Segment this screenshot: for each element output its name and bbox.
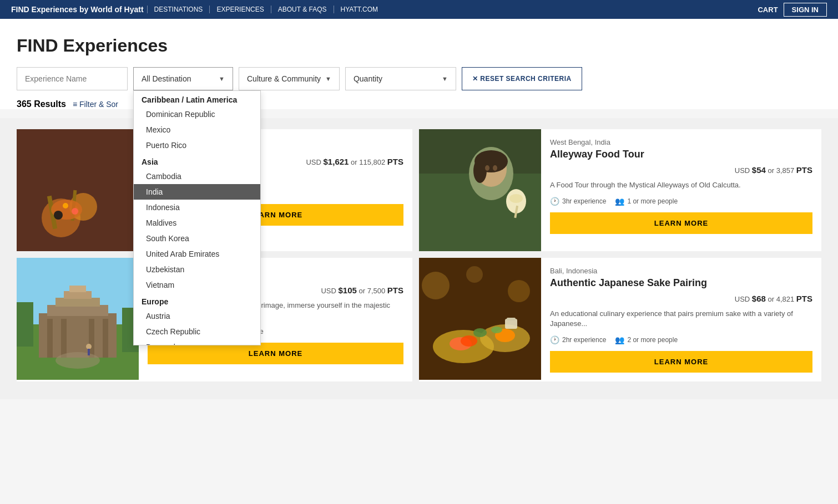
clock-icon: 🕐 [550,197,559,206]
svg-point-7 [72,208,78,215]
nav-link-destinations[interactable]: DESTINATIONS [147,6,210,13]
clock-icon: 🕐 [550,335,559,344]
cards-section: o Redruello USD $1,621 or 115,802 PTS s … [0,118,838,399]
card-title: Authentic Japanese Sake Pairing [550,277,812,289]
card-duration: 🕐 2hr experience [550,335,606,344]
svg-rect-45 [507,318,516,320]
learn-more-button[interactable]: LEARN MORE [148,343,403,364]
svg-point-33 [55,352,100,369]
destination-item-denmark[interactable]: Denmark [134,339,260,345]
nav-brand: FIND Experiences by World of Hyatt [11,5,144,14]
card-meta: 🕐 2hr experience 👥 2 or more people [550,335,812,344]
card-people: 👥 1 or more people [615,197,678,206]
svg-point-46 [422,272,450,299]
svg-point-48 [466,266,483,283]
destination-item-puerto-rico[interactable]: Puerto Rico [134,138,260,153]
card-image-temple [17,258,139,380]
destination-item-india[interactable]: India [134,184,260,200]
region-europe: Europe [134,293,260,308]
quantity-dropdown-btn[interactable]: Quantity ▼ [345,67,456,90]
experience-name-input[interactable] [17,67,128,90]
svg-rect-32 [103,319,108,358]
nav-link-faqs[interactable]: ABOUT & FAQS [271,6,334,13]
table-row: Bali, Indonesia Authentic Japanese Sake … [419,258,821,381]
destination-selected-label: All Destination [142,74,191,83]
card-image-person [419,129,541,251]
people-icon: 👥 [615,335,624,344]
svg-point-8 [63,203,68,208]
category-dropdown-btn[interactable]: Culture & Community ▼ [239,67,340,90]
destination-item-cambodia[interactable]: Cambodia [134,169,260,184]
category-chevron-icon: ▼ [325,75,331,82]
svg-point-43 [491,327,502,333]
destination-dropdown-menu: Caribbean / Latin America Dominican Repu… [133,90,261,345]
card-duration: 🕐 3hr experience [550,197,606,206]
card-body: Bali, Indonesia Authentic Japanese Sake … [541,258,821,381]
svg-point-14 [473,159,487,183]
nav-link-experiences[interactable]: EXPERIENCES [209,6,270,13]
table-row: West Bengal, India Alleyway Food Tour US… [419,129,821,251]
main-content: FIND Experiences All Destination ▼ Carib… [0,19,838,109]
svg-rect-26 [55,298,100,307]
region-caribbean: Caribbean / Latin America [134,91,260,106]
destination-item-dominican[interactable]: Dominican Republic [134,106,260,122]
learn-more-button[interactable]: LEARN MORE [550,212,812,234]
destination-dropdown-wrapper: All Destination ▼ Caribbean / Latin Amer… [133,67,233,90]
destination-item-uzbekistan[interactable]: Uzbekistan [134,262,260,277]
destination-dropdown-btn[interactable]: All Destination ▼ [133,67,233,90]
destination-chevron-icon: ▼ [219,75,225,82]
svg-point-16 [493,165,497,171]
svg-point-34 [86,344,92,349]
reset-search-button[interactable]: ✕ RESET SEARCH CRITERIA [462,67,582,90]
search-bar: All Destination ▼ Caribbean / Latin Amer… [17,67,821,90]
destination-item-austria[interactable]: Austria [134,308,260,324]
learn-more-button[interactable]: LEARN MORE [550,351,812,373]
sign-in-link[interactable]: SIGN IN [784,3,827,17]
svg-rect-35 [88,349,90,355]
destination-item-indonesia[interactable]: Indonesia [134,200,260,215]
card-title: Alleyway Food Tour [550,149,812,161]
destination-item-maldives[interactable]: Maldives [134,215,260,231]
nav-left: FIND Experiences by World of Hyatt DESTI… [11,5,385,14]
card-description: A Food Tour through the Mystical Alleywa… [550,180,812,190]
card-location: Bali, Indonesia [550,267,812,275]
destination-item-south-korea[interactable]: South Korea [134,231,260,246]
svg-rect-27 [64,291,92,299]
card-people: 👥 2 or more people [615,335,678,344]
svg-rect-28 [69,286,86,292]
svg-point-6 [54,211,63,220]
category-dropdown-wrapper: Culture & Community ▼ [239,67,340,90]
card-duration-label: 2hr experience [562,336,606,344]
people-icon: 👥 [615,197,624,206]
nav-links: DESTINATIONS EXPERIENCES ABOUT & FAQS HY… [147,6,385,13]
svg-point-42 [473,328,487,337]
destination-item-vietnam[interactable]: Vietnam [134,277,260,293]
card-price: USD $68 or 4,821 PTS [550,294,812,303]
card-duration-label: 3hr experience [562,197,606,205]
nav-bar: FIND Experiences by World of Hyatt DESTI… [0,0,838,19]
nav-right: CART SIGN IN [752,3,827,17]
category-selected-label: Culture & Community [247,74,321,83]
card-image-food [17,129,139,251]
svg-point-15 [485,165,489,171]
region-asia: Asia [134,153,260,169]
destination-item-uae[interactable]: United Arab Emirates [134,246,260,262]
card-image-sake [419,258,541,380]
card-people-label: 1 or more people [627,197,678,205]
svg-rect-22 [17,302,33,347]
svg-point-40 [461,335,477,347]
quantity-dropdown-wrapper: Quantity ▼ [345,67,456,90]
quantity-chevron-icon: ▼ [442,75,448,82]
card-body: West Bengal, India Alleyway Food Tour US… [541,129,821,251]
svg-point-47 [508,280,530,302]
svg-rect-0 [17,129,139,251]
destination-item-czech[interactable]: Czech Republic [134,324,260,339]
destination-item-mexico[interactable]: Mexico [134,122,260,138]
svg-rect-29 [47,319,53,358]
nav-link-hyatt[interactable]: HYATT.COM [334,6,385,13]
results-count: 365 Results [17,99,66,109]
page-title: FIND Experiences [17,35,821,56]
card-meta: 🕐 3hr experience 👥 1 or more people [550,197,812,206]
filter-sort-button[interactable]: ≡ Filter & Sor [73,100,118,109]
cart-link[interactable]: CART [752,6,783,14]
